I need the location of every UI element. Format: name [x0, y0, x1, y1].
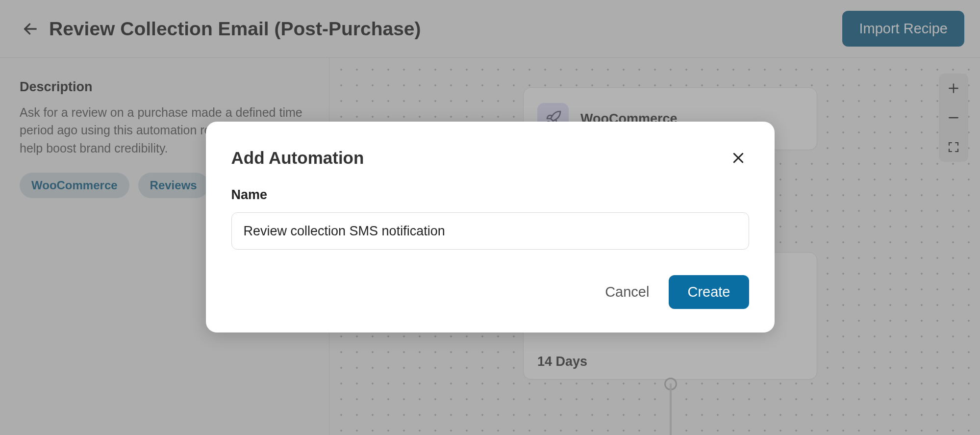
- create-button[interactable]: Create: [669, 275, 749, 309]
- name-field-label: Name: [231, 187, 749, 203]
- cancel-button[interactable]: Cancel: [605, 284, 649, 300]
- modal-actions: Cancel Create: [231, 275, 749, 309]
- add-automation-modal: Add Automation Name Cancel Create: [206, 122, 775, 333]
- modal-overlay[interactable]: Add Automation Name Cancel Create: [0, 0, 980, 435]
- close-icon: [731, 151, 746, 165]
- modal-header: Add Automation: [231, 147, 749, 169]
- automation-name-input[interactable]: [231, 212, 749, 250]
- modal-title: Add Automation: [231, 148, 364, 168]
- close-button[interactable]: [728, 147, 749, 169]
